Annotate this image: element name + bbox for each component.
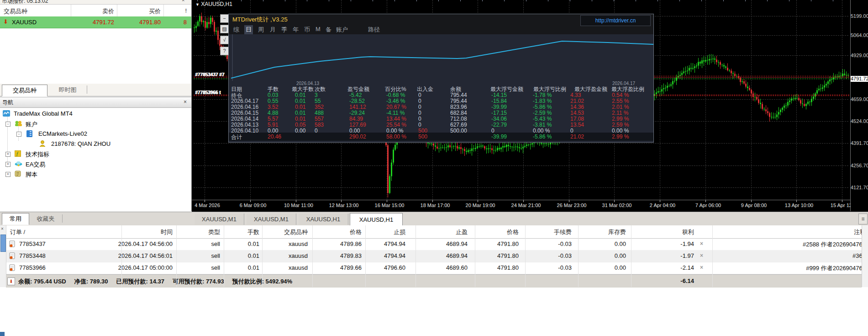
platform-icon — [3, 110, 10, 118]
column-divider — [121, 225, 122, 287]
stats-menu-item-6[interactable]: 年 — [293, 26, 299, 34]
stats-menu-item-8[interactable]: M — [316, 26, 321, 32]
balance-segment-2: 净值: 789.30 — [74, 278, 108, 285]
chart-tab-3[interactable]: XAUUSD,H1 — [299, 213, 348, 225]
chart-price-axis: 4791.72 5199.005064.004929.004659.004524… — [850, 0, 868, 211]
stats-cell: 0.01 — [295, 98, 305, 104]
stats-menu-item-3[interactable]: 周 — [258, 26, 264, 34]
sidebar-item-1[interactable]: -账户 — [0, 119, 191, 129]
market-watch-close-icon[interactable]: × — [182, 0, 184, 3]
order-icon — [9, 264, 15, 272]
stats-cell: 0.01 — [295, 104, 305, 110]
close-order-button[interactable]: × — [700, 252, 703, 259]
balance-arrow-icon: ⬇ — [7, 277, 15, 285]
stats-cell: -5.86 % — [533, 133, 552, 140]
order-comment: #999 作者2026904767 — [747, 264, 866, 272]
apply-button[interactable]: √ — [220, 36, 229, 44]
market-watch-titlebar: 市场报价: 05:13:02 × — [0, 0, 191, 5]
sidebar-item-4[interactable]: +f技术指标 — [0, 149, 191, 159]
sidebar-item-0[interactable]: TradeMax Global MT4 — [0, 109, 191, 119]
column-spread[interactable]: ! — [180, 7, 187, 14]
terminal-col-header[interactable]: 订单 / — [10, 228, 25, 236]
tab-favorites[interactable]: 收藏夹 — [31, 215, 60, 223]
stats-cell: 290.02 — [349, 133, 366, 140]
symbol-name: XAUUSD — [12, 19, 37, 26]
stats-menu-item-10[interactable]: 账户 — [336, 26, 348, 34]
tab-symbols[interactable]: 交易品种 — [2, 85, 47, 96]
column-symbol[interactable]: 交易品种 — [4, 7, 27, 16]
stats-menu-item-4[interactable]: 月 — [270, 26, 276, 34]
close-order-button[interactable]: × — [700, 240, 703, 247]
tab-tick-chart[interactable]: 即时图 — [50, 86, 85, 94]
stats-cell: 795.44 — [450, 98, 467, 104]
stats-cell: 0.01 — [295, 110, 305, 116]
stats-menu-item-7[interactable]: 币 — [304, 26, 310, 34]
terminal-col-header[interactable]: 获利 — [603, 228, 694, 236]
order-comment: #369 — [747, 252, 866, 259]
tree-toggle-collapse[interactable]: - — [5, 122, 11, 127]
ea-icon — [15, 160, 22, 168]
column-divider — [475, 225, 475, 287]
stats-cell: -39.99 — [491, 133, 507, 140]
vertical-splitter[interactable] — [191, 0, 192, 211]
time-axis-label: 7 Apr 06:00 — [691, 203, 726, 208]
terminal-right-scrollbar[interactable] — [862, 225, 868, 287]
divider — [87, 85, 87, 94]
sidebar-item-3[interactable]: 2187678: QIAN ZHOU — [0, 139, 191, 149]
tree-toggle-expand[interactable]: + — [5, 152, 11, 157]
terminal-close-icon[interactable]: × — [1, 226, 4, 231]
order-row[interactable]: 778534372026.04.17 04:56:00sell0.01xauus… — [6, 238, 862, 251]
market-watch-tabs: 交易品种 即时图 — [0, 84, 191, 96]
tab-common[interactable]: 常用 — [2, 213, 29, 225]
stats-menu-item-1[interactable]: 综 — [233, 26, 239, 34]
stats-cell: 2026.04.16 — [231, 104, 258, 110]
stats-cell: 627.69 — [450, 122, 467, 128]
stats-cell: 2.99 % — [612, 116, 629, 122]
dropdown-icon[interactable]: ▼ — [195, 2, 200, 7]
help-button[interactable]: ? — [220, 47, 229, 55]
chart-tab-1[interactable]: XAUUSD,M1 — [195, 213, 244, 225]
tree-toggle-expand[interactable]: + — [5, 172, 11, 177]
order-row[interactable]: 778534482026.04.17 04:56:01sell0.01xauus… — [6, 250, 862, 262]
market-watch-row-xauusd[interactable]: ⬇ XAUUSD 4791.72 4791.80 8 — [0, 16, 191, 28]
order-row[interactable]: 778539662026.04.17 05:00:00sell0.01xauus… — [6, 262, 862, 274]
stats-cell: 2.99 % — [612, 133, 629, 140]
time-axis-label: 16 Mar 15:00 — [372, 203, 407, 208]
column-ask[interactable]: 买价 — [143, 7, 161, 16]
time-axis-label: 31 Mar 02:00 — [600, 203, 634, 208]
stats-cell: 21.02 — [570, 98, 584, 104]
price-axis-label: 4391.70 — [851, 140, 868, 146]
close-order-button[interactable]: × — [700, 264, 703, 271]
sidebar-item-2[interactable]: -ECMarkets-Live02 — [0, 129, 191, 139]
stats-menu-item-11[interactable]: 路径 — [368, 26, 380, 34]
chart-tab-2[interactable]: XAUUSD,M1 — [247, 213, 296, 225]
market-watch-header: 交易品种 卖价 买价 ! — [0, 5, 191, 17]
tree-toggle-expand[interactable]: + — [5, 162, 11, 167]
chart-tab-4[interactable]: XAUUSD,H1 — [350, 213, 403, 226]
stats-menu-item-5[interactable]: 季 — [281, 26, 287, 34]
stats-menu-item-2[interactable]: 日 — [244, 25, 253, 34]
price-axis-label: 5064.00 — [851, 32, 868, 38]
time-tick — [751, 200, 752, 202]
minimize-button[interactable]: − — [220, 14, 229, 23]
sidebar-item-6[interactable]: +脚本 — [0, 169, 191, 179]
navigator-close-icon[interactable]: × — [184, 99, 187, 105]
tree-toggle-collapse[interactable]: - — [16, 132, 21, 137]
sidebar-item-5[interactable]: +EA交易 — [0, 159, 191, 169]
time-axis-label: 2 Apr 04:00 — [645, 203, 680, 208]
tab-list-button[interactable]: ≡ — [858, 213, 868, 224]
time-tick — [842, 200, 842, 202]
scrollbar-thumb[interactable] — [0, 235, 6, 252]
terminal-col-header[interactable]: 注释 — [774, 228, 866, 236]
time-tick — [205, 200, 205, 202]
mtdriver-stats-panel[interactable]: MTDriver统计 ,V3.25 http://mtdriver.cn 综日周… — [228, 14, 654, 143]
time-axis-label: 24 Mar 21:00 — [509, 203, 543, 208]
stats-menu-item-9[interactable]: 备 — [326, 26, 331, 34]
tree-item-label: ECMarkets-Live02 — [38, 130, 87, 137]
column-bid[interactable]: 卖价 — [97, 7, 114, 16]
terminal-left-scrollbar[interactable]: × — [0, 225, 6, 287]
snapshot-button[interactable]: ▨ — [220, 25, 229, 33]
time-axis-label: 4 Mar 2026 — [190, 203, 225, 208]
mtdriver-url-link[interactable]: http://mtdriver.cn — [580, 15, 651, 26]
stats-cell: 352 — [315, 104, 324, 110]
